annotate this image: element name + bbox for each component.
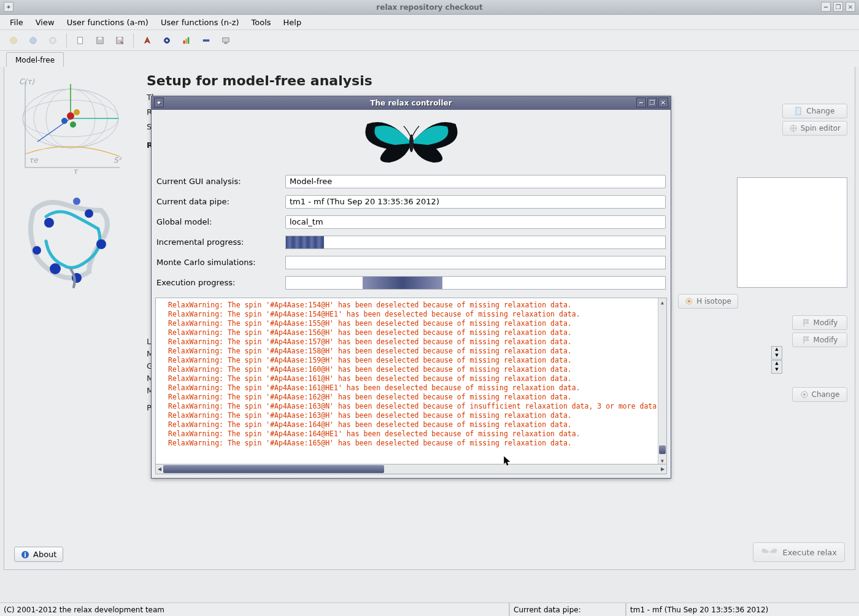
svg-point-43 <box>688 300 690 302</box>
tool-save-icon[interactable] <box>91 32 109 49</box>
modify-button-1[interactable]: Modify <box>792 315 847 330</box>
svg-text:C(τ): C(τ) <box>19 77 34 86</box>
svg-point-9 <box>166 39 168 42</box>
blank-panel <box>737 177 847 288</box>
menubar: File View User functions (a-m) User func… <box>0 15 859 30</box>
close-icon[interactable]: ✕ <box>846 2 855 12</box>
tool-open-icon[interactable] <box>25 32 42 49</box>
dialog-titlebar[interactable]: ✦ The relax controller ‒ ❐ ✕ <box>152 96 671 110</box>
svg-rect-13 <box>203 39 210 42</box>
h-isotope-button[interactable]: H isotope <box>678 294 738 309</box>
horizontal-scrollbar[interactable]: ◀ ▶ <box>155 464 667 474</box>
svg-rect-11 <box>185 39 187 44</box>
butterfly-icon <box>761 547 778 558</box>
progress-incremental <box>285 236 666 249</box>
svg-point-34 <box>85 209 93 218</box>
svg-rect-10 <box>183 40 185 44</box>
warnings-log[interactable]: RelaxWarning: The spin '#Ap4Aase:154@H' … <box>155 298 667 464</box>
svg-rect-14 <box>223 37 229 42</box>
svg-point-24 <box>67 112 74 120</box>
spin-editor-button[interactable]: Spin editor <box>782 121 847 136</box>
svg-point-48 <box>409 134 413 152</box>
value-global-model: local_tm <box>285 215 666 229</box>
svg-rect-12 <box>188 37 190 44</box>
change-button-2[interactable]: Change <box>792 387 847 402</box>
dialog-title: The relax controller <box>370 99 452 107</box>
svg-point-35 <box>96 239 106 249</box>
tool-close-icon[interactable] <box>44 32 61 49</box>
label-data-pipe: Current data pipe: <box>156 197 285 206</box>
about-button[interactable]: i About <box>14 547 63 562</box>
tool-system-icon[interactable] <box>217 32 234 49</box>
status-pipe-value: tm1 - mf (Thu Sep 20 13:35:36 2012) <box>626 603 859 616</box>
svg-rect-15 <box>224 42 227 44</box>
toolbar <box>0 30 859 51</box>
relax-controller-dialog: ✦ The relax controller ‒ ❐ ✕ Current GUI… <box>151 96 671 479</box>
svg-point-39 <box>73 198 80 205</box>
svg-point-26 <box>61 118 67 124</box>
dialog-minimize-icon[interactable]: ‒ <box>636 98 646 107</box>
toolbar-separator <box>133 33 134 48</box>
toolbar-separator <box>66 33 67 48</box>
tool-rocket-icon[interactable] <box>139 32 156 49</box>
dialog-close-icon[interactable]: ✕ <box>658 98 668 107</box>
tool-minus-icon[interactable] <box>198 32 215 49</box>
tab-modelfree[interactable]: Model-free <box>6 52 64 67</box>
protein-structure-image <box>15 186 126 296</box>
modify-button-2[interactable]: Modify <box>792 333 847 347</box>
scroll-left-icon[interactable]: ◀ <box>156 464 163 474</box>
butterfly-icon <box>355 113 468 168</box>
diffusion-tensor-image: C(τ) τe S² τ <box>15 75 126 174</box>
svg-point-37 <box>33 246 41 255</box>
window-title: relax repository checkout <box>376 3 482 12</box>
svg-text:τe: τe <box>29 156 39 164</box>
flag-icon <box>802 318 811 327</box>
svg-rect-40 <box>796 107 801 115</box>
svg-text:τ: τ <box>73 167 79 174</box>
menu-userfunc-am[interactable]: User functions (a-m) <box>61 16 155 29</box>
svg-point-36 <box>50 263 61 274</box>
tool-target-icon[interactable] <box>158 32 175 49</box>
svg-point-25 <box>74 109 80 115</box>
menu-tools[interactable]: Tools <box>245 16 277 29</box>
progress-montecarlo <box>285 256 666 269</box>
scroll-right-icon[interactable]: ▶ <box>659 464 666 474</box>
tool-new-icon[interactable] <box>5 32 22 49</box>
label-global-model: Global model: <box>156 217 285 226</box>
spinner-1[interactable]: ▲▼ <box>771 346 782 360</box>
change-button[interactable]: Change <box>782 104 847 118</box>
svg-text:i: i <box>24 552 26 558</box>
app-icon: ✦ <box>4 2 13 12</box>
minimize-icon[interactable]: ‒ <box>821 2 831 12</box>
progress-execution <box>285 276 666 290</box>
svg-text:S²: S² <box>114 156 123 164</box>
menu-view[interactable]: View <box>29 16 61 29</box>
scrollbar-thumb[interactable] <box>163 465 384 473</box>
isotope-icon <box>685 297 693 306</box>
info-icon: i <box>21 550 29 559</box>
document-icon <box>795 107 803 115</box>
settings-icon <box>800 390 809 399</box>
tab-strip: Model-free <box>0 51 859 67</box>
main-window-titlebar: ✦ relax repository checkout ‒ ❐ ✕ <box>0 0 859 15</box>
maximize-icon[interactable]: ❐ <box>833 2 843 12</box>
label-mc: Monte Carlo simulations: <box>156 258 285 267</box>
status-copyright: (C) 2001-2012 the relax development team <box>0 603 509 616</box>
svg-rect-3 <box>78 37 83 44</box>
value-data-pipe: tm1 - mf (Thu Sep 20 13:35:36 2012) <box>285 195 666 209</box>
tool-saveas-icon[interactable] <box>111 32 128 49</box>
sidebar-images: C(τ) τe S² τ <box>9 75 132 296</box>
tool-newdoc-icon[interactable] <box>72 32 89 49</box>
svg-rect-7 <box>118 37 121 39</box>
execute-button[interactable]: Execute relax <box>753 542 845 562</box>
dialog-maximize-icon[interactable]: ❐ <box>647 98 657 107</box>
label-exec: Execution progress: <box>156 278 285 287</box>
menu-file[interactable]: File <box>4 16 29 29</box>
spinner-2[interactable]: ▲▼ <box>771 360 782 374</box>
svg-rect-5 <box>98 37 101 39</box>
svg-point-0 <box>10 37 17 44</box>
tool-bars-icon[interactable] <box>178 32 195 49</box>
flag-icon <box>802 336 811 344</box>
menu-help[interactable]: Help <box>277 16 308 29</box>
menu-userfunc-nz[interactable]: User functions (n-z) <box>155 16 245 29</box>
